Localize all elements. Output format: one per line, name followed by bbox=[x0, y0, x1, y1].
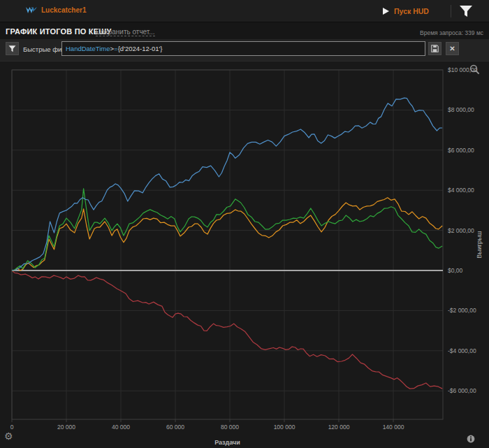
axis-tick-label: $8 000,00 bbox=[448, 106, 474, 113]
settings-gear-button[interactable]: ⚙ bbox=[4, 431, 13, 441]
play-icon bbox=[383, 8, 389, 15]
info-icon[interactable] bbox=[467, 435, 475, 443]
series-orange bbox=[12, 198, 442, 270]
quick-filter-label: Быстрые фильт bbox=[23, 45, 61, 53]
topbar: Luckcatcher1 Пуск HUD bbox=[0, 0, 489, 22]
axis-tick-label: 60 000 bbox=[166, 424, 184, 431]
series-red bbox=[12, 270, 442, 389]
axis-tick-label: 20 000 bbox=[57, 424, 75, 431]
series-blue bbox=[12, 98, 442, 270]
y-axis-title: Выигрыш bbox=[476, 231, 483, 258]
clear-filter-button[interactable]: ✕ bbox=[446, 42, 459, 55]
chart-area: 020 00040 00060 00080 000100 000120 0001… bbox=[0, 62, 489, 448]
axis-tick-label: $6 000,00 bbox=[448, 147, 474, 154]
axis-tick-label: $4 000,00 bbox=[448, 187, 474, 194]
axis-tick-label: 40 000 bbox=[112, 424, 130, 431]
x-axis-title: Раздачи bbox=[214, 439, 240, 446]
filter-token: HandDateTime bbox=[66, 45, 110, 52]
start-hud-button[interactable]: Пуск HUD bbox=[383, 4, 429, 18]
query-time-label: Время запроса: 339 мс bbox=[420, 29, 483, 36]
luckcatcher-window: Luckcatcher1 Пуск HUD ГРАФИК ИТОГОВ ПО К… bbox=[0, 0, 489, 448]
zoom-icon[interactable] bbox=[469, 64, 480, 75]
app-name: Luckcatcher1 bbox=[41, 6, 86, 14]
save-filter-button[interactable] bbox=[428, 42, 441, 55]
start-hud-label: Пуск HUD bbox=[394, 7, 429, 15]
app-logo-icon bbox=[26, 6, 37, 14]
axis-tick-label: $2 000,00 bbox=[448, 227, 474, 234]
filter-expression-input[interactable]: HandDateTime>={d'2024-12-01'} bbox=[61, 41, 425, 56]
quick-filter-bar: Быстрые фильт HandDateTime>={d'2024-12-0… bbox=[0, 39, 489, 62]
series-green bbox=[12, 189, 442, 270]
axis-tick-label: -$2 000,00 bbox=[448, 307, 476, 314]
axis-tick-label: $0,00 bbox=[448, 267, 463, 274]
axis-tick-label: -$6 000,00 bbox=[448, 387, 476, 394]
filter-token: {d'2024-12-01'} bbox=[118, 45, 163, 52]
axis-tick-label: 80 000 bbox=[221, 424, 239, 431]
results-chart: 020 00040 00060 00080 000100 000120 0001… bbox=[0, 62, 489, 448]
axis-tick-label: 100 000 bbox=[274, 424, 295, 431]
axis-tick-label: -$4 000,00 bbox=[448, 347, 476, 354]
topbar-divider bbox=[451, 5, 451, 17]
axis-tick-label: 120 000 bbox=[328, 424, 350, 431]
quick-filter-button[interactable] bbox=[6, 42, 19, 55]
filter-icon[interactable] bbox=[459, 6, 473, 17]
axis-tick-label: 0 bbox=[10, 424, 14, 431]
funnel-icon bbox=[8, 45, 16, 52]
save-icon bbox=[431, 45, 439, 52]
save-report-link[interactable]: Сохранить отчет... bbox=[96, 28, 155, 36]
axis-tick-label: 140 000 bbox=[383, 424, 404, 431]
page-header: ГРАФИК ИТОГОВ ПО КЕШУ Сохранить отчет...… bbox=[0, 22, 489, 39]
close-icon: ✕ bbox=[449, 45, 455, 52]
